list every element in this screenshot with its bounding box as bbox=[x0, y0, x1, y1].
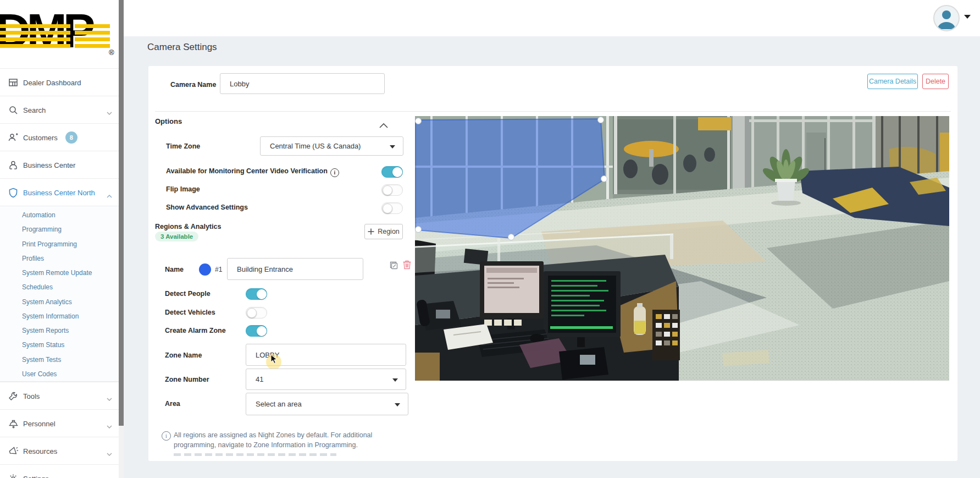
sidebar-subitem-system-status[interactable]: System Status bbox=[0, 338, 119, 352]
detect-vehicles-label: Detect Vehicles bbox=[165, 309, 215, 316]
monitoring-verification-toggle[interactable] bbox=[381, 166, 403, 178]
sidebar-item-label: Tools bbox=[23, 392, 40, 400]
regions-available-badge: 3 Available bbox=[155, 232, 198, 241]
region-number: #1 bbox=[215, 266, 222, 273]
search-icon bbox=[8, 105, 19, 116]
region-handle[interactable] bbox=[508, 234, 514, 240]
sidebar-item-label: Resources bbox=[23, 447, 57, 455]
region-color-dot[interactable] bbox=[199, 263, 211, 276]
camera-snapshot[interactable] bbox=[415, 116, 949, 381]
sidebar-item-business-center[interactable]: Business Center bbox=[0, 151, 119, 179]
sidebar-item-label: Business Center North bbox=[23, 189, 95, 197]
chevron-down-icon bbox=[107, 108, 112, 118]
area-select[interactable]: Select an area bbox=[246, 393, 408, 415]
detect-vehicles-toggle[interactable] bbox=[246, 307, 267, 318]
area-value: Select an area bbox=[256, 400, 302, 408]
section-divider bbox=[155, 111, 951, 112]
detection-region-polygon[interactable] bbox=[416, 119, 605, 238]
monitoring-verification-label: Available for Monitoring Center Video Ve… bbox=[166, 167, 339, 177]
svg-text:DMP: DMP bbox=[0, 3, 94, 58]
region-handle[interactable] bbox=[598, 117, 604, 123]
sidebar-item-label: Business Center bbox=[23, 161, 75, 169]
add-region-button[interactable]: Region bbox=[364, 224, 403, 239]
regions-analytics-heading: Regions & Analytics bbox=[155, 223, 221, 230]
zone-number-label: Zone Number bbox=[165, 376, 209, 383]
sidebar-subitem-system-reports[interactable]: System Reports bbox=[0, 323, 119, 338]
sidebar-item-label: Personnel bbox=[23, 420, 56, 428]
delete-region-trash-icon[interactable] bbox=[401, 259, 412, 270]
shield-icon bbox=[8, 187, 19, 198]
clipped-text-line bbox=[174, 453, 336, 456]
sidebar-submenu-business-center-north: Automation Programming Print Programming… bbox=[0, 206, 119, 382]
sidebar-subitem-schedules[interactable]: Schedules bbox=[0, 280, 119, 294]
sidebar-item-business-center-north[interactable]: Business Center North bbox=[0, 178, 119, 206]
svg-text:®: ® bbox=[109, 48, 114, 57]
show-advanced-settings-toggle[interactable] bbox=[381, 202, 403, 214]
user-menu-caret-icon[interactable] bbox=[964, 15, 971, 19]
dropdown-caret-icon bbox=[392, 378, 398, 382]
region-handle[interactable] bbox=[601, 176, 607, 182]
delete-button[interactable]: Delete bbox=[922, 74, 949, 89]
customers-count-badge: 8 bbox=[65, 131, 77, 144]
chevron-down-icon bbox=[107, 394, 112, 404]
sidebar-subitem-automation[interactable]: Automation bbox=[0, 208, 119, 222]
sidebar-item-tools[interactable]: Tools bbox=[0, 382, 119, 410]
sidebar-item-search[interactable]: Search bbox=[0, 96, 119, 124]
detect-people-toggle[interactable] bbox=[246, 288, 267, 300]
camera-name-input[interactable]: Lobby bbox=[220, 73, 385, 94]
user-avatar[interactable] bbox=[933, 5, 960, 31]
area-label: Area bbox=[165, 400, 180, 408]
camera-details-button[interactable]: Camera Details bbox=[867, 74, 918, 89]
detect-people-label: Detect People bbox=[165, 290, 211, 298]
region-name-label: Name bbox=[165, 266, 184, 273]
camera-settings-card: Camera Name Lobby Camera Details Delete … bbox=[148, 66, 957, 461]
sidebar-item-personnel[interactable]: Personnel bbox=[0, 409, 119, 437]
chevron-down-icon bbox=[107, 421, 112, 431]
dmp-logo: DMP ® bbox=[0, 3, 119, 58]
options-collapse-chevron-icon[interactable] bbox=[379, 120, 388, 130]
customers-icon bbox=[8, 132, 19, 143]
zone-name-label: Zone Name bbox=[165, 351, 202, 359]
megaphone-icon bbox=[8, 446, 19, 457]
info-icon[interactable] bbox=[330, 168, 339, 177]
sidebar-scrollbar[interactable] bbox=[119, 0, 124, 478]
sidebar-item-label: Dealer Dashboard bbox=[23, 79, 81, 87]
sidebar-subitem-print-programming[interactable]: Print Programming bbox=[0, 237, 119, 251]
sidebar-subitem-system-analytics[interactable]: System Analytics bbox=[0, 295, 119, 309]
region-handle[interactable] bbox=[416, 118, 422, 124]
sidebar-scrollbar-thumb[interactable] bbox=[119, 0, 124, 426]
page-title: Camera Settings bbox=[147, 42, 217, 53]
chevron-up-icon bbox=[107, 190, 112, 200]
business-center-icon bbox=[8, 160, 19, 171]
sidebar-subitem-programming[interactable]: Programming bbox=[0, 222, 119, 237]
zone-number-select[interactable]: 41 bbox=[246, 369, 406, 390]
copy-region-icon[interactable] bbox=[388, 260, 399, 271]
camera-name-label: Camera Name bbox=[170, 81, 216, 89]
sidebar-subitem-system-information[interactable]: System Information bbox=[0, 309, 119, 323]
sidebar-subitem-system-remote-update[interactable]: System Remote Update bbox=[0, 266, 119, 280]
sidebar-item-resources[interactable]: Resources bbox=[0, 437, 119, 465]
sidebar-item-dealer-dashboard[interactable]: Dealer Dashboard bbox=[0, 68, 119, 96]
region-handle[interactable] bbox=[416, 227, 422, 233]
sidebar-subitem-user-codes[interactable]: User Codes bbox=[0, 367, 119, 381]
sidebar-item-label: Search bbox=[23, 106, 46, 114]
time-zone-label: Time Zone bbox=[166, 142, 200, 150]
main-area: Camera Settings Camera Name Lobby Camera… bbox=[124, 0, 980, 478]
create-alarm-zone-toggle[interactable] bbox=[246, 325, 267, 337]
flip-image-label: Flip Image bbox=[166, 185, 200, 193]
sidebar-item-settings[interactable]: Settings bbox=[0, 464, 119, 478]
dropdown-caret-icon bbox=[395, 403, 400, 406]
time-zone-select[interactable]: Central Time (US & Canada) bbox=[260, 136, 403, 156]
sidebar-item-label: Settings bbox=[23, 475, 49, 478]
mouse-cursor-icon bbox=[270, 354, 278, 366]
zone-number-value: 41 bbox=[256, 375, 263, 383]
sidebar-item-customers[interactable]: Customers 8 bbox=[0, 123, 119, 151]
sidebar-subitem-system-tests[interactable]: System Tests bbox=[0, 353, 119, 367]
sidebar-subitem-profiles[interactable]: Profiles bbox=[0, 251, 119, 266]
region-name-input[interactable]: Building Entrance bbox=[227, 258, 363, 280]
flip-image-toggle[interactable] bbox=[381, 184, 403, 196]
wrench-icon bbox=[8, 391, 19, 402]
plus-icon bbox=[368, 228, 374, 235]
detection-region-overlay[interactable] bbox=[415, 116, 949, 381]
dashboard-icon bbox=[8, 77, 19, 88]
